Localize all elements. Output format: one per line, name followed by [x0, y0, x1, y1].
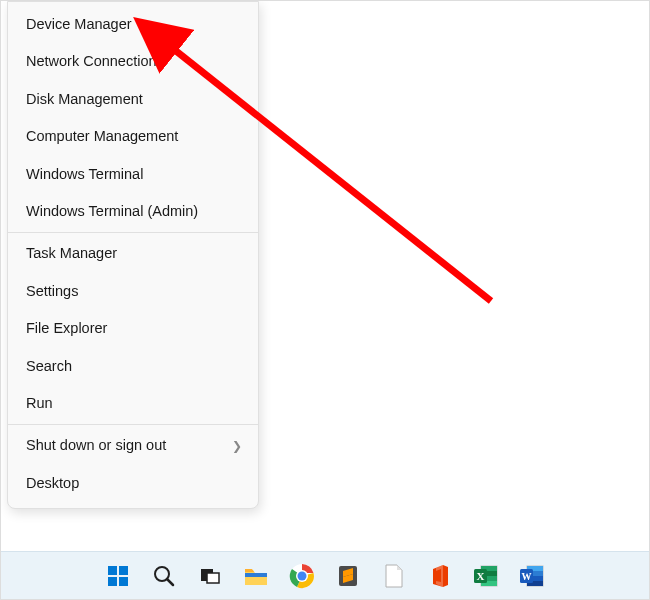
search-button[interactable]: [144, 556, 184, 596]
menu-item-label: Computer Management: [26, 128, 178, 145]
chrome-icon: [289, 563, 315, 589]
menu-divider: [8, 424, 258, 425]
search-icon: [152, 564, 176, 588]
menu-item-desktop[interactable]: Desktop: [8, 465, 258, 502]
menu-item-label: Windows Terminal (Admin): [26, 203, 198, 220]
menu-item-windows-terminal-admin[interactable]: Windows Terminal (Admin): [8, 193, 258, 230]
winx-context-menu: Device Manager Network Connections Disk …: [7, 1, 259, 509]
svg-rect-3: [119, 566, 128, 575]
svg-point-13: [298, 571, 307, 580]
menu-item-label: File Explorer: [26, 320, 107, 337]
notepad-button[interactable]: [374, 556, 414, 596]
office-button[interactable]: [420, 556, 460, 596]
menu-divider: [8, 232, 258, 233]
menu-item-label: Search: [26, 358, 72, 375]
menu-item-search[interactable]: Search: [8, 348, 258, 385]
menu-item-label: Desktop: [26, 475, 79, 492]
file-explorer-button[interactable]: [236, 556, 276, 596]
menu-item-label: Disk Management: [26, 91, 143, 108]
task-view-icon: [198, 564, 222, 588]
menu-item-windows-terminal[interactable]: Windows Terminal: [8, 156, 258, 193]
menu-item-network-connections[interactable]: Network Connections: [8, 43, 258, 80]
svg-rect-4: [108, 577, 117, 586]
office-icon: [428, 563, 452, 589]
start-button[interactable]: [98, 556, 138, 596]
menu-item-shut-down-or-sign-out[interactable]: Shut down or sign out ❯: [8, 427, 258, 464]
task-view-button[interactable]: [190, 556, 230, 596]
folder-icon: [243, 564, 269, 588]
svg-rect-2: [108, 566, 117, 575]
word-icon: W: [519, 564, 545, 588]
svg-text:X: X: [477, 570, 485, 582]
chrome-button[interactable]: [282, 556, 322, 596]
svg-line-7: [167, 579, 173, 585]
svg-text:W: W: [522, 571, 532, 582]
menu-item-label: Run: [26, 395, 53, 412]
taskbar: X W: [1, 551, 649, 599]
menu-item-device-manager[interactable]: Device Manager: [8, 6, 258, 43]
menu-item-settings[interactable]: Settings: [8, 273, 258, 310]
excel-icon: X: [473, 564, 499, 588]
menu-item-label: Settings: [26, 283, 78, 300]
menu-item-computer-management[interactable]: Computer Management: [8, 118, 258, 155]
menu-item-task-manager[interactable]: Task Manager: [8, 235, 258, 272]
chevron-right-icon: ❯: [232, 439, 242, 453]
menu-item-label: Task Manager: [26, 245, 117, 262]
svg-rect-9: [207, 573, 219, 583]
menu-item-label: Network Connections: [26, 53, 164, 70]
svg-rect-10: [245, 573, 267, 577]
excel-button[interactable]: X: [466, 556, 506, 596]
sublime-text-button[interactable]: [328, 556, 368, 596]
menu-item-run[interactable]: Run: [8, 385, 258, 422]
menu-item-disk-management[interactable]: Disk Management: [8, 81, 258, 118]
word-button[interactable]: W: [512, 556, 552, 596]
menu-item-label: Shut down or sign out: [26, 437, 166, 454]
windows-logo-icon: [106, 564, 130, 588]
menu-item-label: Windows Terminal: [26, 166, 143, 183]
sublime-text-icon: [336, 564, 360, 588]
svg-rect-5: [119, 577, 128, 586]
document-icon: [383, 563, 405, 589]
menu-item-label: Device Manager: [26, 16, 132, 33]
menu-item-file-explorer[interactable]: File Explorer: [8, 310, 258, 347]
